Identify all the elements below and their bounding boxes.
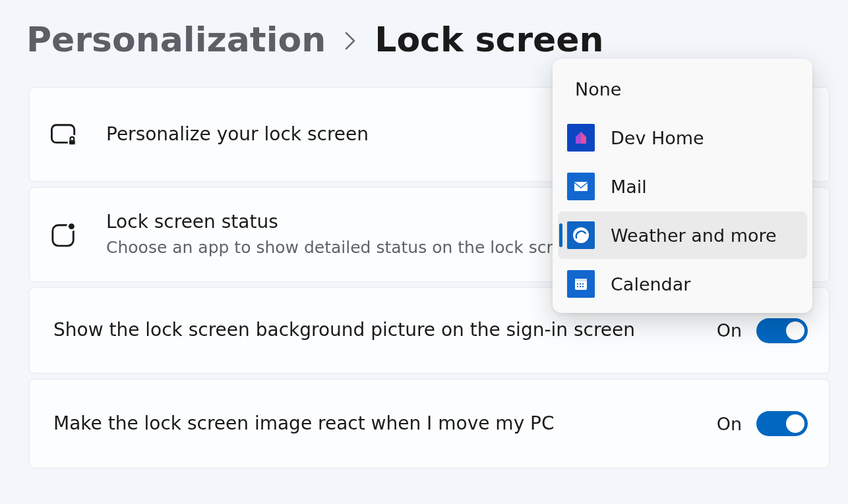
parallax-card[interactable]: Make the lock screen image react when I … [29,379,830,468]
svg-rect-5 [574,182,588,191]
bg-on-signin-toggle[interactable] [756,318,808,343]
mail-icon [567,173,595,200]
calendar-icon [567,270,595,298]
parallax-state: On [717,414,742,434]
dropdown-option-none[interactable]: None [558,65,807,113]
svg-rect-12 [577,286,578,287]
svg-rect-10 [580,283,581,285]
breadcrumb: Personalization Lock screen [0,0,848,59]
svg-rect-8 [575,279,587,281]
svg-rect-14 [582,286,584,287]
svg-rect-13 [580,286,581,287]
svg-point-4 [68,223,76,231]
weather-icon [567,221,595,249]
svg-rect-9 [577,283,578,285]
parallax-toggle[interactable] [756,411,808,436]
dropdown-option-calendar[interactable]: Calendar [558,260,807,308]
dropdown-option-dev-home[interactable]: Dev Home [558,114,807,161]
dropdown-option-weather[interactable]: Weather and more [558,211,807,259]
bg-on-signin-title: Show the lock screen background picture … [53,318,717,342]
lock-screen-icon [51,121,77,148]
chevron-right-icon [344,29,356,55]
dropdown-option-label: None [575,79,621,99]
svg-point-6 [573,227,589,243]
svg-rect-2 [69,140,75,145]
breadcrumb-current: Lock screen [375,20,603,59]
dropdown-option-label: Mail [611,177,647,197]
status-icon [51,221,77,248]
dev-home-icon [567,124,595,152]
bg-on-signin-state: On [717,320,742,341]
dropdown-option-mail[interactable]: Mail [558,163,807,210]
breadcrumb-parent[interactable]: Personalization [26,20,326,59]
svg-rect-11 [582,283,584,285]
dropdown-option-label: Dev Home [611,128,704,148]
dropdown-option-label: Weather and more [611,225,777,246]
status-app-dropdown[interactable]: None Dev Home Mail Weather and more [553,59,812,313]
parallax-title: Make the lock screen image react when I … [53,412,717,435]
dropdown-option-label: Calendar [611,274,690,294]
